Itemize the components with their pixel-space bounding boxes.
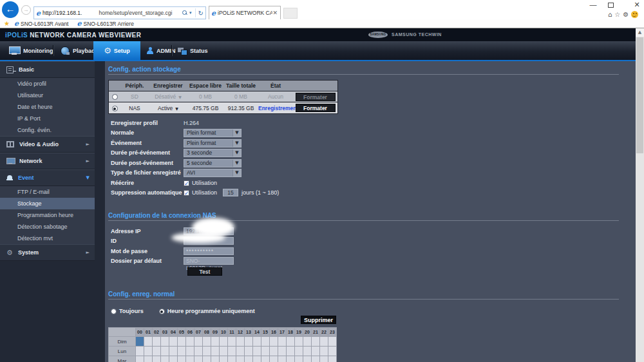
grid-cell-dim-10[interactable] bbox=[220, 337, 228, 347]
grid-cell-lun-20[interactable] bbox=[303, 347, 312, 356]
sidebar-item-d-tection-mvt[interactable]: Détection mvt bbox=[0, 233, 95, 244]
grid-cell-dim-03[interactable] bbox=[161, 337, 169, 347]
nav-admin[interactable]: ADMIN bbox=[142, 41, 176, 60]
grid-cell-lun-08[interactable] bbox=[203, 347, 211, 356]
grid-cell-mar-04[interactable] bbox=[169, 356, 178, 362]
sidebar-item-ftp-e-mail[interactable]: FTP / E-mail bbox=[0, 186, 95, 198]
nas-format-button[interactable]: Formater bbox=[296, 104, 336, 112]
grid-cell-dim-07[interactable] bbox=[194, 337, 203, 347]
nav-status[interactable]: Status bbox=[173, 41, 208, 60]
sidebar-item-vid-o-profil[interactable]: Vidéo profil bbox=[0, 78, 95, 90]
tab-close-icon[interactable]: ✕ bbox=[272, 10, 278, 16]
normal-select[interactable]: Plein format▼ bbox=[184, 129, 242, 137]
sidebar-group-system[interactable]: ⚙System► bbox=[0, 244, 95, 261]
sidebar-item-programmation-heure[interactable]: Programmation heure bbox=[0, 209, 95, 221]
grid-cell-lun-04[interactable] bbox=[169, 347, 178, 356]
scroll-up-arrow[interactable]: ▲ bbox=[636, 28, 644, 37]
grid-cell-dim-12[interactable] bbox=[236, 337, 245, 347]
grid-cell-lun-05[interactable] bbox=[178, 347, 186, 356]
grid-cell-dim-20[interactable] bbox=[303, 337, 312, 347]
pre-event-select[interactable]: 3 seconde▼ bbox=[184, 149, 242, 157]
sd-format-button[interactable]: Formater bbox=[296, 93, 336, 101]
browser-tab[interactable]: e iPOLiS NETWORK CAMERA... ✕ bbox=[209, 6, 281, 19]
grid-cell-mar-01[interactable] bbox=[144, 356, 153, 362]
nav-setup-active[interactable]: ⚙ Setup bbox=[93, 41, 140, 60]
grid-cell-lun-06[interactable] bbox=[186, 347, 194, 356]
grid-cell-mar-19[interactable] bbox=[295, 356, 303, 362]
post-event-select[interactable]: 5 seconde▼ bbox=[184, 159, 242, 167]
file-type-select[interactable]: AVI▼ bbox=[184, 169, 242, 177]
overwrite-checkbox[interactable]: ✓ bbox=[184, 180, 189, 186]
grid-cell-mar-09[interactable] bbox=[211, 356, 220, 362]
grid-cell-dim-21[interactable] bbox=[312, 337, 320, 347]
grid-cell-lun-10[interactable] bbox=[220, 347, 228, 356]
grid-cell-mar-16[interactable] bbox=[270, 356, 278, 362]
scrollbar[interactable]: ▲ bbox=[636, 28, 644, 362]
test-button[interactable]: Test bbox=[187, 267, 222, 276]
sidebar-group-event[interactable]: Event▼ bbox=[0, 169, 95, 186]
event-select[interactable]: Plein format▼ bbox=[184, 139, 242, 148]
grid-cell-mar-00[interactable] bbox=[136, 356, 144, 362]
feedback-smiley-icon[interactable] bbox=[631, 11, 638, 18]
grid-cell-lun-09[interactable] bbox=[211, 347, 220, 356]
sidebar-item-ip-port[interactable]: IP & Port bbox=[0, 113, 95, 124]
grid-cell-dim-17[interactable] bbox=[278, 337, 287, 347]
grid-cell-lun-17[interactable] bbox=[278, 347, 287, 356]
grid-cell-mar-22[interactable] bbox=[320, 356, 328, 362]
favorites-bar-star-icon[interactable]: ★ bbox=[4, 20, 10, 27]
grid-cell-mar-13[interactable] bbox=[245, 356, 253, 362]
window-close-button[interactable]: ✕ bbox=[627, 0, 644, 10]
grid-cell-mar-08[interactable] bbox=[203, 356, 211, 362]
sidebar-group-network[interactable]: Network► bbox=[0, 153, 95, 169]
grid-cell-mar-21[interactable] bbox=[312, 356, 320, 362]
nav-playback[interactable]: Playback bbox=[54, 41, 98, 60]
sidebar-item-config-v-n[interactable]: Config. évén. bbox=[0, 124, 95, 136]
nas-password-input[interactable]: ********** bbox=[184, 247, 234, 255]
grid-cell-lun-18[interactable] bbox=[287, 347, 295, 356]
auto-delete-days-input[interactable]: 15 bbox=[223, 189, 238, 196]
delete-button[interactable]: Supprimer bbox=[301, 316, 336, 324]
grid-cell-mar-20[interactable] bbox=[303, 356, 312, 362]
grid-cell-mar-14[interactable] bbox=[253, 356, 261, 362]
grid-cell-lun-23[interactable] bbox=[328, 347, 337, 356]
sd-record-select[interactable]: Désativé▼ bbox=[149, 93, 187, 100]
grid-cell-mar-11[interactable] bbox=[228, 356, 236, 362]
grid-cell-mar-03[interactable] bbox=[161, 356, 169, 362]
grid-cell-lun-02[interactable] bbox=[153, 347, 161, 356]
home-icon[interactable]: ⌂ bbox=[608, 11, 612, 18]
sidebar-item-stockage[interactable]: Stockage bbox=[0, 198, 95, 209]
grid-cell-lun-14[interactable] bbox=[253, 347, 261, 356]
nas-record-select[interactable]: Active▼ bbox=[149, 105, 187, 111]
grid-cell-dim-06[interactable] bbox=[186, 337, 194, 347]
new-tab-button[interactable] bbox=[283, 8, 298, 19]
favorites-star-icon[interactable]: ☆ bbox=[614, 11, 620, 18]
sd-radio[interactable] bbox=[112, 94, 118, 100]
window-restore-button[interactable] bbox=[608, 3, 614, 8]
grid-cell-dim-00[interactable] bbox=[136, 337, 144, 347]
auto-delete-checkbox[interactable]: ✓ bbox=[184, 190, 189, 196]
grid-cell-mar-05[interactable] bbox=[178, 356, 186, 362]
grid-cell-lun-11[interactable] bbox=[228, 347, 236, 356]
grid-cell-dim-16[interactable] bbox=[270, 337, 278, 347]
grid-cell-lun-01[interactable] bbox=[144, 347, 153, 356]
grid-cell-dim-15[interactable] bbox=[261, 337, 270, 347]
grid-cell-dim-08[interactable] bbox=[203, 337, 211, 347]
nas-folder-input[interactable]: SNO-L6013R_Avant bbox=[184, 257, 234, 265]
grid-cell-mar-07[interactable] bbox=[194, 356, 203, 362]
grid-cell-mar-18[interactable] bbox=[287, 356, 295, 362]
grid-cell-dim-18[interactable] bbox=[287, 337, 295, 347]
grid-cell-dim-09[interactable] bbox=[211, 337, 220, 347]
grid-cell-dim-19[interactable] bbox=[295, 337, 303, 347]
scrollbar-thumb[interactable] bbox=[636, 37, 643, 153]
grid-cell-lun-15[interactable] bbox=[261, 347, 270, 356]
grid-cell-dim-22[interactable] bbox=[320, 337, 328, 347]
grid-cell-dim-11[interactable] bbox=[228, 337, 236, 347]
grid-cell-lun-21[interactable] bbox=[312, 347, 320, 356]
favorite-link-avant[interactable]: e SNO-L6013R Avant bbox=[12, 19, 69, 28]
grid-cell-mar-12[interactable] bbox=[236, 356, 245, 362]
window-minimize-button[interactable]: — bbox=[583, 0, 603, 10]
sidebar-group-video-audio[interactable]: Video & Audio► bbox=[0, 136, 95, 153]
sidebar-item-utilisateur[interactable]: Utilisateur bbox=[0, 90, 95, 101]
grid-cell-lun-22[interactable] bbox=[320, 347, 328, 356]
scheduled-only-radio[interactable] bbox=[159, 309, 165, 314]
